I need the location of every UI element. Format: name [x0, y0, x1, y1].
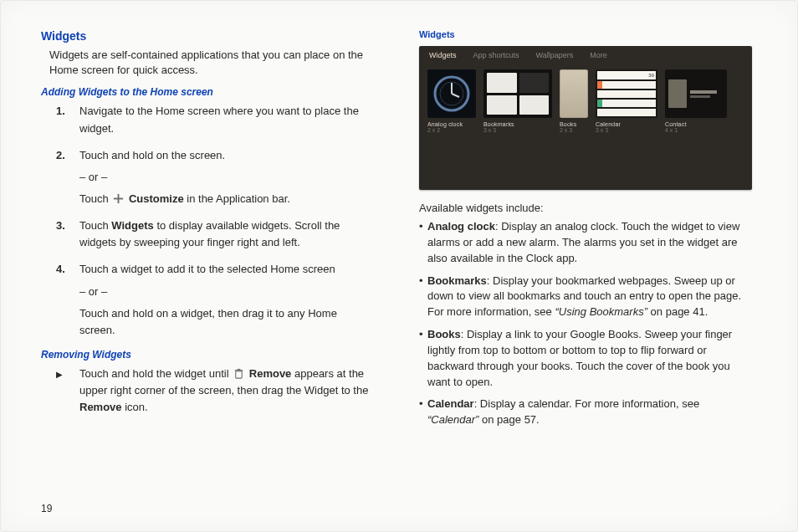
- widget-description-list: Analog clock: Display an analog clock. T…: [419, 219, 752, 428]
- thumbnail-dim: 4 x 1: [665, 127, 727, 133]
- svg-line-8: [452, 94, 459, 97]
- widgets-label: Widgets: [111, 219, 153, 232]
- step-3: 3. Touch Widgets to display available wi…: [79, 217, 374, 251]
- widget-name: Bookmarks: [427, 274, 487, 287]
- remove-text-pre: Touch and hold the widget until: [79, 367, 232, 380]
- desc-bookmarks: Bookmarks: Display your bookmarked webpa…: [419, 274, 752, 321]
- thumbnail-label: Books: [560, 121, 588, 127]
- widget-name: Books: [427, 328, 461, 340]
- widget-calendar: 30 Calendar 3 x 3: [596, 69, 657, 133]
- desc-books: Books: Display a link to your Google Boo…: [419, 327, 752, 390]
- step-4: 4. Touch a widget to add it to the selec…: [79, 261, 374, 339]
- intro-text: Widgets are self-contained applications …: [49, 48, 374, 78]
- step-number: 3.: [56, 217, 65, 234]
- available-text: Available widgets include:: [419, 202, 752, 214]
- trash-can-icon: [233, 368, 244, 379]
- thumbnail-dim: 3 x 3: [596, 127, 657, 133]
- calendar-thumbnail: 30: [596, 69, 657, 118]
- widget-desc: : Display a link to your Google Books. S…: [427, 328, 732, 388]
- step-alt: Touch and hold on a widget, then drag it…: [79, 305, 374, 339]
- step-text: Touch and hold on the screen.: [79, 149, 225, 161]
- cross-reference: “Using Bookmarks”: [555, 305, 647, 318]
- svg-rect-3: [235, 370, 243, 371]
- triangle-bullet-icon: ▶: [56, 368, 63, 381]
- cross-reference: “Calendar”: [427, 413, 478, 426]
- svg-rect-1: [114, 198, 123, 200]
- clock-icon: [432, 74, 471, 113]
- thumbnail-dim: 3 x 3: [483, 127, 552, 133]
- heading-adding-widgets: Adding Widgets to the Home screen: [41, 86, 374, 98]
- step-1: 1. Navigate to the Home screen where you…: [79, 103, 374, 136]
- widget-books: Books 2 x 3: [560, 69, 588, 133]
- remove-label: Remove: [249, 367, 292, 380]
- widget-contact: Contact 4 x 1: [665, 69, 727, 133]
- removing-list: ▶ Touch and hold the widget until Remove…: [41, 366, 374, 416]
- step-text: Touch a widget to add it to the selected…: [79, 263, 335, 275]
- contact-thumbnail: [665, 69, 727, 118]
- svg-rect-4: [238, 369, 241, 370]
- step-text: Navigate to the Home screen where you wa…: [79, 105, 359, 134]
- thumbnail-label: Contact: [665, 121, 727, 127]
- widget-analog-clock: Analog clock 2 x 2: [427, 69, 476, 133]
- step-2: 2. Touch and hold on the screen. – or – …: [79, 147, 374, 207]
- or-separator: – or –: [79, 284, 374, 300]
- thumbnail-dim: 2 x 3: [560, 127, 588, 133]
- analog-clock-thumbnail: [427, 69, 476, 118]
- widgets-screenshot: Widgets App shortcuts Wallpapers More: [419, 46, 752, 190]
- calendar-header: 30: [597, 71, 656, 79]
- page-number: 19: [41, 503, 52, 514]
- widget-name: Analog clock: [427, 220, 495, 233]
- thumbnail-label: Analog clock: [427, 121, 476, 127]
- widget-desc-post: on page 57.: [478, 413, 539, 426]
- thumbnail-dim: 2 x 2: [427, 127, 476, 133]
- or-separator: – or –: [79, 169, 374, 186]
- customize-plus-icon: [113, 193, 124, 204]
- books-thumbnail: [560, 69, 588, 118]
- step-alt: Touch Customize in the Application bar.: [79, 191, 374, 207]
- step-text-pre: Touch: [79, 192, 111, 205]
- widget-desc: : Display a calendar. For more informati…: [474, 397, 700, 410]
- widget-desc-post: on page 41.: [647, 305, 708, 318]
- heading-removing-widgets: Removing Widgets: [41, 349, 374, 361]
- adding-steps-list: 1. Navigate to the Home screen where you…: [41, 103, 374, 339]
- remove-text-post: icon.: [125, 401, 147, 413]
- step-number: 1.: [56, 103, 65, 120]
- screenshot-body: Analog clock 2 x 2 Bookmarks 3 x 3 Books…: [419, 64, 752, 133]
- tab-widgets: Widgets: [429, 51, 457, 59]
- bookmarks-thumbnail: [483, 69, 552, 118]
- manual-page: Widgets Widgets are self-contained appli…: [0, 0, 798, 532]
- avatar-icon: [668, 79, 687, 108]
- tab-more: More: [590, 51, 607, 59]
- tab-wallpapers: Wallpapers: [536, 51, 574, 59]
- thumbnail-label: Calendar: [596, 121, 657, 127]
- svg-rect-2: [236, 371, 242, 378]
- widget-bookmarks: Bookmarks 3 x 3: [483, 69, 552, 133]
- heading-widgets: Widgets: [41, 29, 374, 43]
- left-column: Widgets Widgets are self-contained appli…: [41, 29, 374, 435]
- right-column: Widgets Widgets App shortcuts Wallpapers…: [419, 29, 752, 435]
- step-number: 2.: [56, 147, 65, 164]
- thumbnail-label: Bookmarks: [483, 121, 552, 127]
- step-number: 4.: [56, 261, 65, 278]
- desc-calendar: Calendar: Display a calendar. For more i…: [419, 396, 752, 428]
- screenshot-tab-bar: Widgets App shortcuts Wallpapers More: [419, 46, 752, 64]
- step-text-pre: Touch: [79, 219, 111, 232]
- step-text-post: in the Application bar.: [187, 192, 290, 205]
- tab-app-shortcuts: App shortcuts: [473, 51, 519, 59]
- desc-analog-clock: Analog clock: Display an analog clock. T…: [419, 219, 752, 267]
- customize-label: Customize: [129, 192, 184, 205]
- remove-step: ▶ Touch and hold the widget until Remove…: [79, 366, 374, 416]
- widget-name: Calendar: [427, 397, 474, 410]
- remove-label: Remove: [79, 401, 122, 413]
- heading-widgets-small: Widgets: [419, 29, 752, 39]
